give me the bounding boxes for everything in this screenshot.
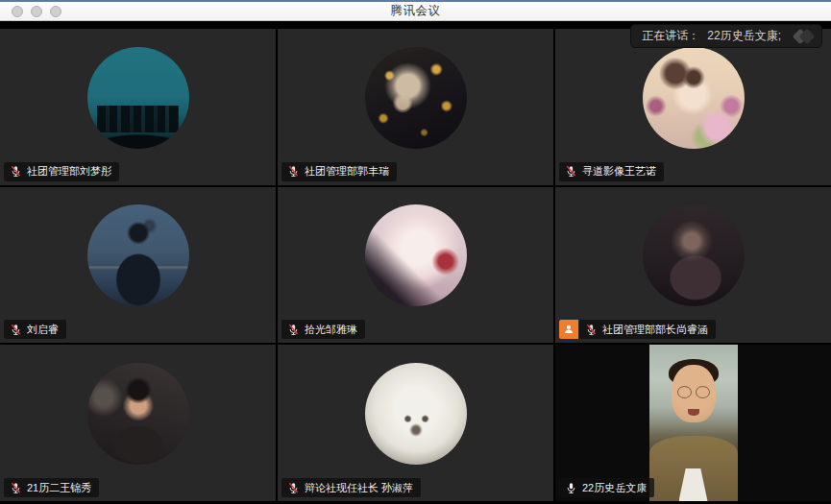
tencent-meeting-logo-icon: [794, 31, 813, 42]
participant-avatar: [87, 204, 189, 306]
participant-name: 社团管理部部长尚睿涵: [602, 324, 708, 335]
video-portrait-strip: [649, 345, 738, 501]
participant-name-label: 刘启睿: [4, 320, 66, 339]
participant-avatar: [365, 47, 467, 149]
mic-muted-icon: [565, 165, 577, 178]
participant-name-label: 22历史岳文康: [559, 478, 654, 497]
mic-muted-icon: [287, 324, 300, 336]
name-pill: 拾光邹雅琳: [281, 320, 365, 339]
participant-avatar: [87, 363, 189, 465]
participant-name: 寻道影像王艺诺: [582, 166, 656, 177]
participant-name-label: 社团管理部部长尚睿涵: [559, 320, 716, 339]
video-person-mouth: [688, 409, 699, 416]
participant-name-label: 拾光邹雅琳: [281, 320, 365, 339]
window-title: 腾讯会议: [391, 3, 441, 19]
participant-avatar: [87, 47, 189, 149]
participant-name: 22历史岳文康: [582, 483, 647, 493]
meeting-window: 腾讯会议 正在讲话：22历史岳文康; 社团管理部刘梦彤社团管理部郭丰瑞寻道影像王…: [0, 0, 831, 504]
participant-tile[interactable]: 刘启睿: [0, 187, 276, 344]
glasses-icon: [677, 386, 710, 398]
zoom-button[interactable]: [50, 6, 61, 17]
participant-name-label: 社团管理部刘梦彤: [4, 162, 119, 181]
mic-muted-icon: [287, 482, 300, 494]
participant-tile[interactable]: 社团管理部部长尚睿涵: [555, 187, 831, 344]
meeting-stage: 正在讲话：22历史岳文康; 社团管理部刘梦彤社团管理部郭丰瑞寻道影像王艺诺刘启睿…: [0, 21, 831, 504]
name-pill: 辩论社现任社长 孙淑萍: [281, 478, 421, 497]
host-badge: [559, 320, 578, 339]
host-person-icon: [563, 324, 574, 335]
participant-name-label: 社团管理部郭丰瑞: [281, 162, 397, 181]
participant-name: 刘启睿: [27, 324, 59, 335]
mic-muted-icon: [287, 165, 300, 178]
speaking-speaker-name: 22历史岳文康;: [707, 29, 781, 42]
participant-tile[interactable]: 社团管理部刘梦彤: [0, 29, 276, 185]
participant-name: 辩论社现任社长 孙淑萍: [305, 483, 413, 493]
speaking-indicator-text: 正在讲话：22历史岳文康;: [642, 28, 781, 44]
participant-tile[interactable]: 拾光邹雅琳: [278, 187, 553, 344]
participant-name: 社团管理部刘梦彤: [27, 166, 111, 177]
participant-avatar: [643, 204, 745, 306]
minimize-button[interactable]: [31, 6, 42, 17]
mic-muted-icon: [585, 324, 598, 336]
speaking-indicator: 正在讲话：22历史岳文康;: [630, 24, 822, 48]
name-pill: 刘启睿: [4, 320, 66, 339]
participant-tile[interactable]: 辩论社现任社长 孙淑萍: [278, 345, 553, 501]
participant-tile[interactable]: 寻道影像王艺诺: [555, 29, 831, 185]
mic-muted-icon: [10, 324, 22, 336]
participant-tile[interactable]: 社团管理部郭丰瑞: [278, 29, 553, 185]
close-button[interactable]: [12, 6, 23, 17]
title-bar: 腾讯会议: [0, 0, 831, 21]
mic-on-icon: [565, 482, 577, 494]
participant-name-label: 辩论社现任社长 孙淑萍: [281, 478, 421, 497]
participant-name: 拾光邹雅琳: [305, 324, 357, 335]
mic-muted-icon: [10, 482, 22, 494]
participant-avatar: [365, 363, 467, 465]
mic-muted-icon: [10, 165, 22, 178]
name-pill: 21历二王锦秀: [4, 478, 99, 497]
participant-avatar: [365, 204, 467, 306]
active-speaker-tile[interactable]: 22历史岳文康: [555, 345, 831, 501]
name-pill: 社团管理部部长尚睿涵: [579, 320, 716, 339]
window-controls: [12, 2, 61, 20]
participant-tile[interactable]: 21历二王锦秀: [0, 345, 276, 501]
name-pill: 社团管理部刘梦彤: [4, 162, 119, 181]
name-pill: 寻道影像王艺诺: [559, 162, 664, 181]
participant-name: 社团管理部郭丰瑞: [305, 166, 389, 177]
name-pill: 社团管理部郭丰瑞: [281, 162, 397, 181]
speaking-label: 正在讲话：: [642, 29, 699, 42]
participant-name-label: 21历二王锦秀: [4, 478, 99, 497]
participant-name-label: 寻道影像王艺诺: [559, 162, 664, 181]
participant-avatar: [643, 47, 745, 149]
participant-name: 21历二王锦秀: [27, 483, 91, 493]
name-pill: 22历史岳文康: [559, 478, 654, 497]
participant-grid: 社团管理部刘梦彤社团管理部郭丰瑞寻道影像王艺诺刘启睿拾光邹雅琳社团管理部部长尚睿…: [0, 21, 831, 504]
